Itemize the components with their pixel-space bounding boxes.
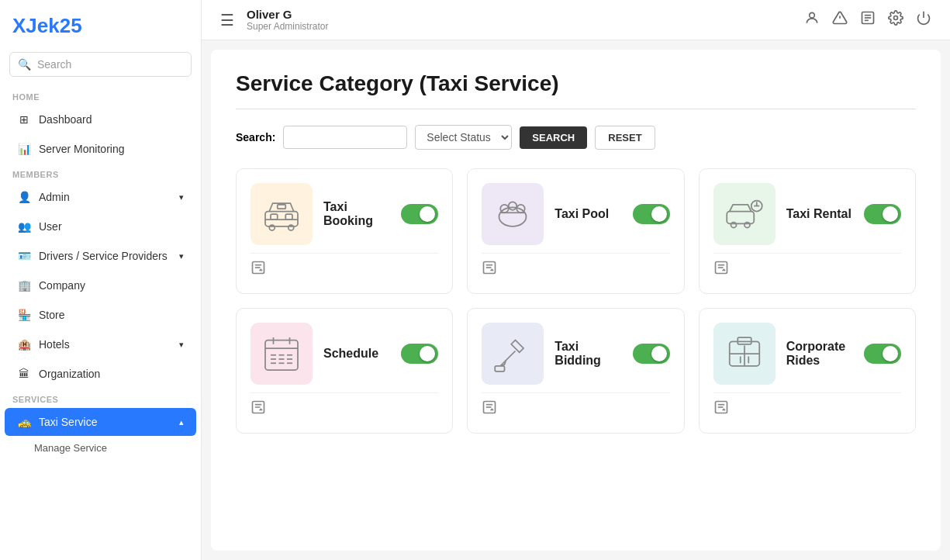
- card-label: Taxi Bidding: [554, 340, 621, 368]
- header-user-name: Oliver G: [247, 8, 792, 21]
- sidebar-item-label: Dashboard: [39, 113, 92, 126]
- search-input[interactable]: [283, 126, 407, 149]
- person-icon: 👤: [17, 190, 31, 204]
- manage-service-label: Manage Service: [34, 442, 107, 454]
- card-icon-box: [250, 323, 313, 385]
- svg-rect-10: [271, 214, 278, 220]
- sidebar-item-server-monitoring[interactable]: 📊 Server Monitoring: [5, 135, 196, 163]
- card-footer: [482, 392, 669, 419]
- building-icon: 🏢: [17, 278, 31, 292]
- header-user-role: Super Administrator: [247, 21, 792, 32]
- card-top: Corporate Rides: [713, 323, 901, 385]
- card-top: Taxi Rental: [713, 183, 901, 245]
- sidebar-item-hotels[interactable]: 🏨 Hotels ▾: [5, 330, 196, 358]
- sidebar-item-label: Organization: [39, 368, 100, 380]
- sidebar-item-dashboard[interactable]: ⊞ Dashboard: [5, 105, 196, 133]
- user-icon[interactable]: [804, 10, 820, 29]
- notes-icon[interactable]: [860, 10, 876, 29]
- main-area: ☰ Oliver G Super Administrator Service: [202, 0, 950, 560]
- taxi-bidding-toggle[interactable]: [633, 344, 670, 364]
- bar-chart-icon: 📊: [17, 142, 31, 156]
- card-taxi-bidding: Taxi Bidding: [467, 308, 684, 434]
- search-label: Search:: [236, 131, 275, 143]
- card-label: Taxi Rental: [786, 207, 853, 221]
- svg-rect-14: [278, 205, 286, 209]
- card-icon-box: [713, 323, 776, 385]
- sidebar-item-manage-service[interactable]: Manage Service: [0, 437, 201, 459]
- person-group-icon: 👥: [17, 220, 31, 233]
- card-footer: [713, 253, 901, 279]
- sidebar-item-label: User: [39, 220, 62, 233]
- search-button[interactable]: SEARCH: [520, 126, 587, 149]
- edit-icon[interactable]: [713, 399, 729, 419]
- header-icons: [804, 10, 931, 29]
- card-label: Taxi Booking: [323, 200, 390, 228]
- org-icon: 🏛: [17, 367, 31, 381]
- sidebar-item-label: Admin: [39, 191, 70, 203]
- power-icon[interactable]: [916, 10, 931, 29]
- taxi-icon: 🚕: [17, 415, 31, 429]
- edit-icon[interactable]: [713, 260, 729, 279]
- sidebar-item-admin[interactable]: 👤 Admin ▾: [5, 183, 196, 211]
- header-user: Oliver G Super Administrator: [247, 8, 792, 32]
- alert-icon[interactable]: [832, 10, 848, 29]
- section-home-label: HOME: [0, 86, 201, 105]
- sidebar-item-label: Store: [39, 309, 64, 321]
- svg-point-0: [810, 12, 815, 18]
- logo-black: XJek: [12, 14, 60, 37]
- card-label: Schedule: [323, 347, 390, 361]
- page-title: Service Category (Taxi Service): [236, 71, 916, 96]
- edit-icon[interactable]: [482, 260, 497, 279]
- card-icon-box: [713, 183, 776, 245]
- svg-rect-27: [727, 212, 754, 224]
- grid-icon: ⊞: [17, 112, 31, 126]
- sidebar-item-store[interactable]: 🏪 Store: [5, 301, 196, 329]
- menu-icon[interactable]: ☰: [220, 11, 234, 29]
- card-taxi-rental: Taxi Rental: [699, 168, 916, 294]
- search-box[interactable]: 🔍 Search: [9, 52, 192, 77]
- chevron-down-icon: ▾: [179, 251, 184, 261]
- sidebar-item-user[interactable]: 👥 User: [5, 213, 196, 240]
- card-footer: [482, 253, 669, 279]
- taxi-pool-toggle[interactable]: [633, 204, 670, 224]
- chevron-down-icon: ▾: [179, 340, 184, 350]
- taxi-rental-toggle[interactable]: [864, 204, 901, 224]
- sidebar-item-organization[interactable]: 🏛 Organization: [5, 360, 196, 388]
- edit-icon[interactable]: [482, 399, 497, 419]
- card-taxi-booking: Taxi Booking: [236, 168, 453, 294]
- content-area: Service Category (Taxi Service) Search: …: [211, 50, 941, 551]
- header: ☰ Oliver G Super Administrator: [202, 0, 950, 40]
- card-footer: [250, 392, 438, 419]
- card-top: Taxi Pool: [482, 183, 669, 245]
- card-taxi-pool: Taxi Pool: [467, 168, 684, 294]
- service-cards-grid: Taxi Booking: [236, 168, 916, 434]
- person-badge-icon: 🪪: [17, 249, 31, 263]
- card-top: Taxi Booking: [250, 183, 438, 245]
- edit-icon[interactable]: [250, 399, 266, 419]
- section-services-label: SERVICES: [0, 389, 201, 407]
- corporate-rides-toggle[interactable]: [864, 344, 901, 364]
- edit-icon[interactable]: [250, 260, 266, 279]
- sidebar-item-drivers-service-providers[interactable]: 🪪 Drivers / Service Providers ▾: [5, 242, 196, 270]
- chevron-up-icon: ▴: [179, 417, 184, 427]
- settings-icon[interactable]: [888, 10, 903, 29]
- search-icon: 🔍: [18, 58, 31, 71]
- store-icon: 🏪: [17, 308, 31, 322]
- hotel-icon: 🏨: [17, 337, 31, 351]
- status-select[interactable]: Select StatusActiveInactive: [415, 125, 512, 150]
- sidebar-item-taxi-service[interactable]: 🚕 Taxi Service ▴: [5, 408, 196, 436]
- divider: [236, 109, 916, 109]
- card-footer: [250, 253, 438, 279]
- card-label: Taxi Pool: [554, 207, 621, 221]
- sidebar-item-company[interactable]: 🏢 Company: [5, 271, 196, 299]
- taxi-booking-toggle[interactable]: [401, 204, 438, 224]
- reset-button[interactable]: RESET: [595, 126, 655, 150]
- sidebar-item-label: Server Monitoring: [39, 143, 125, 155]
- chevron-down-icon: ▾: [179, 192, 184, 202]
- card-icon-box: [482, 183, 544, 245]
- svg-point-7: [894, 16, 898, 20]
- card-schedule: Schedule: [236, 308, 453, 434]
- schedule-toggle[interactable]: [401, 344, 438, 364]
- card-corporate-rides: Corporate Rides: [699, 308, 916, 434]
- logo-blue: 25: [60, 14, 82, 37]
